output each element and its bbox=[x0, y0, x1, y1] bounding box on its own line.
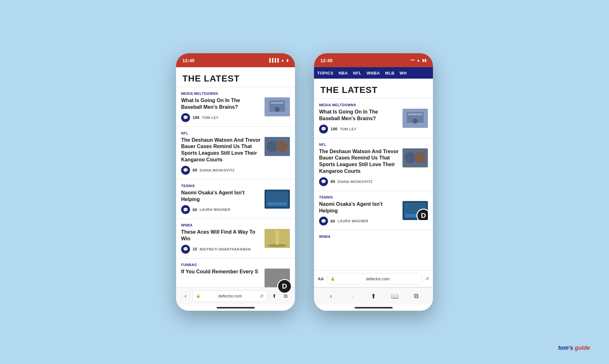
tab-nfl[interactable]: NFL bbox=[353, 71, 362, 75]
dots-icon: ••• bbox=[411, 58, 415, 62]
tab-topics[interactable]: TOPICS bbox=[317, 71, 333, 75]
article-item-2-2[interactable]: NFL The Deshaun Watson And Trevor Bauer … bbox=[314, 138, 433, 191]
author-name-3: LAURA WAGNER bbox=[200, 208, 230, 211]
article-category-4: WNBA bbox=[181, 223, 290, 227]
article-item-5[interactable]: FUNBAG If You Could Remember Every S bbox=[176, 258, 295, 287]
comment-count-4: 15 bbox=[193, 247, 197, 251]
tab-wnba[interactable]: WNBA bbox=[367, 71, 380, 75]
aa-text[interactable]: AA bbox=[318, 276, 324, 281]
address-bar-2[interactable]: AA 🔒 defector.com ↺ bbox=[314, 270, 433, 287]
time-1: 12:45 bbox=[182, 58, 194, 63]
phone-2: 12:45 ••• ▲ ▮▮ TOPICS NBA NFL WNBA MLB W… bbox=[314, 53, 433, 311]
wifi-icon-2: ▲ bbox=[416, 58, 420, 62]
reload-icon-2[interactable]: ↺ bbox=[425, 276, 429, 281]
svg-rect-12 bbox=[276, 231, 279, 245]
home-bar-2 bbox=[355, 307, 393, 309]
article-meta-4: 💬 15 MAITREYI ANANTHARAMAN bbox=[181, 245, 261, 254]
article-title-3: Naomi Osaka's Agent Isn't Helping bbox=[181, 190, 261, 203]
tab-wh[interactable]: WH bbox=[400, 71, 407, 75]
comment-count-2-2: 89 bbox=[331, 179, 335, 184]
svg-rect-16 bbox=[408, 113, 422, 115]
article-text-2-3: Naomi Osaka's Agent Isn't Helping 💬 60 L… bbox=[319, 201, 399, 226]
url-text-2: defector.com bbox=[337, 276, 419, 281]
forward-button-2[interactable]: › bbox=[347, 291, 357, 301]
article-item-1[interactable]: MEDIA MELTDOWNS What Is Going On In The … bbox=[176, 87, 295, 127]
article-meta-2: 💬 89 DIANA MOSKOVITZ bbox=[181, 166, 261, 175]
share-button-2[interactable]: ⬆ bbox=[369, 291, 379, 301]
d-avatar-1: D bbox=[277, 279, 292, 294]
status-bar-2: 12:45 ••• ▲ ▮▮ bbox=[314, 53, 433, 67]
article-title-2-3: Naomi Osaka's Agent Isn't Helping bbox=[319, 201, 399, 214]
article-row-2-3: Naomi Osaka's Agent Isn't Helping 💬 60 L… bbox=[319, 201, 428, 226]
phone-1: 12:45 ▐▐▐▐ ▲ ▮ THE LATEST MEDIA MELTDOWN… bbox=[176, 53, 295, 311]
article-meta-2-3: 💬 60 LAURA WAGNER bbox=[319, 217, 399, 225]
content-2: THE LATEST MEDIA MELTDOWNS What Is Going… bbox=[314, 79, 433, 270]
article-category-2-1: MEDIA MELTDOWNS bbox=[319, 103, 428, 107]
comment-icon-4: 💬 bbox=[181, 245, 190, 254]
svg-rect-9 bbox=[268, 202, 287, 205]
lock-icon-1: 🔒 bbox=[196, 294, 200, 298]
article-text-4: These Aces Will Find A Way To Win 💬 15 M… bbox=[181, 229, 261, 254]
article-item-3[interactable]: TENNIS Naomi Osaka's Agent Isn't Helping… bbox=[176, 179, 295, 219]
article-thumb-4 bbox=[265, 229, 290, 248]
battery-icon-2: ▮▮ bbox=[422, 58, 427, 62]
url-text-1: defector.com bbox=[202, 294, 258, 298]
author-name-2: DIANA MOSKOVITZ bbox=[200, 168, 234, 172]
tabs-button-2[interactable]: ⧉ bbox=[411, 291, 421, 301]
svg-point-3 bbox=[275, 107, 280, 112]
article-category-2-2: NFL bbox=[319, 143, 428, 146]
article-thumb-2-2 bbox=[403, 148, 428, 167]
home-indicator-2 bbox=[314, 304, 433, 311]
article-text-2-1: What Is Going On In The Baseball Men's B… bbox=[319, 109, 399, 133]
back-button-2[interactable]: ‹ bbox=[326, 291, 336, 301]
article-item-2-1[interactable]: MEDIA MELTDOWNS What Is Going On In The … bbox=[314, 98, 433, 138]
article-title-2-2: The Deshaun Watson And Trevor Bauer Case… bbox=[319, 148, 399, 175]
article-item-4[interactable]: WNBA These Aces Will Find A Way To Win 💬… bbox=[176, 218, 295, 258]
comment-count-3: 60 bbox=[193, 207, 197, 212]
svg-point-20 bbox=[414, 152, 426, 163]
article-title-2: The Deshaun Watson And Trevor Bauer Case… bbox=[181, 137, 261, 163]
battery-icon: ▮ bbox=[286, 58, 289, 62]
article-item-2[interactable]: NFL The Deshaun Watson And Trevor Bauer … bbox=[176, 127, 295, 179]
comment-icon-1: 💬 bbox=[181, 113, 190, 122]
article-list-1: MEDIA MELTDOWNS What Is Going On In The … bbox=[176, 87, 295, 287]
url-bar-2[interactable]: 🔒 defector.com bbox=[327, 273, 422, 284]
svg-rect-2 bbox=[271, 102, 284, 104]
back-button-1[interactable]: ‹ bbox=[181, 292, 190, 301]
article-row-3: Naomi Osaka's Agent Isn't Helping 💬 60 L… bbox=[181, 190, 290, 214]
share-button-1[interactable]: ⬆ bbox=[270, 292, 278, 301]
svg-point-6 bbox=[276, 141, 288, 152]
home-indicator-1 bbox=[176, 304, 295, 311]
reload-icon-1[interactable]: ↺ bbox=[260, 294, 264, 299]
author-name-2-3: LAURA WAGNER bbox=[337, 219, 368, 223]
article-row-1: What Is Going On In The Baseball Men's B… bbox=[181, 97, 290, 122]
article-list-2: MEDIA MELTDOWNS What Is Going On In The … bbox=[314, 98, 433, 270]
comment-count-2-3: 60 bbox=[331, 219, 335, 224]
comment-icon-2-3: 💬 bbox=[319, 217, 328, 225]
article-category-2-4: WNBA bbox=[319, 235, 428, 238]
comment-count-1: 186 bbox=[193, 115, 200, 120]
status-icons-1: ▐▐▐▐ ▲ ▮ bbox=[268, 58, 289, 62]
article-item-2-4[interactable]: WNBA bbox=[314, 230, 433, 243]
status-icons-2: ••• ▲ ▮▮ bbox=[411, 58, 427, 62]
article-text-2: The Deshaun Watson And Trevor Bauer Case… bbox=[181, 137, 261, 175]
browser-toolbar-2: ‹ › ⬆ 📖 ⧉ bbox=[314, 287, 433, 304]
article-meta-2-2: 💬 89 DIANA MOSKOVITZ bbox=[319, 177, 399, 186]
article-title-2-1: What Is Going On In The Baseball Men's B… bbox=[319, 109, 399, 122]
toms-guide-watermark: tom's guide bbox=[558, 345, 590, 351]
article-title-5: If You Could Remember Every S bbox=[181, 269, 261, 275]
article-category-2: NFL bbox=[181, 131, 290, 135]
bookmarks-button-2[interactable]: 📖 bbox=[390, 291, 400, 301]
tab-mlb[interactable]: MLB bbox=[385, 71, 395, 75]
comment-icon-2-2: 💬 bbox=[319, 177, 328, 186]
nav-tabs-2: TOPICS NBA NFL WNBA MLB WH bbox=[314, 67, 433, 79]
article-row-5: If You Could Remember Every S bbox=[181, 269, 290, 287]
article-row-2: The Deshaun Watson And Trevor Bauer Case… bbox=[181, 137, 290, 175]
tab-nba[interactable]: NBA bbox=[338, 71, 348, 75]
bottom-bar-1: ‹ 🔒 defector.com ↺ ⬆ ⧉ bbox=[176, 287, 295, 304]
article-thumb-2-3: D bbox=[403, 201, 428, 220]
article-item-2-3[interactable]: TENNIS Naomi Osaka's Agent Isn't Helping… bbox=[314, 191, 433, 230]
article-row-4: These Aces Will Find A Way To Win 💬 15 M… bbox=[181, 229, 290, 254]
article-text-2-2: The Deshaun Watson And Trevor Bauer Case… bbox=[319, 148, 399, 186]
url-bar-1[interactable]: 🔒 defector.com ↺ bbox=[193, 290, 267, 302]
